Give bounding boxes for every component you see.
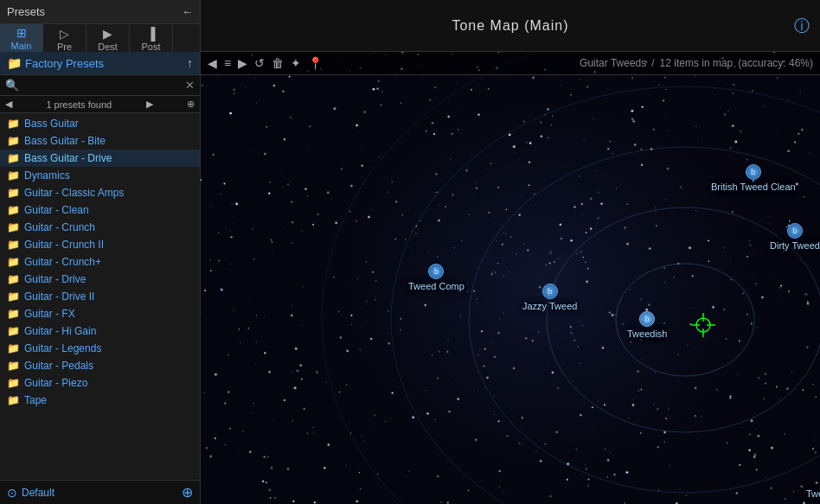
tab-main-label: Main	[11, 41, 32, 51]
preset-item-label: Guitar - Drive	[24, 273, 86, 285]
preset-dot: b	[787, 223, 803, 239]
star-map-icon[interactable]: ✦	[291, 56, 301, 70]
preset-list: 📁 Bass Guitar 📁 Bass Guitar - Bite 📁 Bas…	[0, 113, 200, 480]
preset-item-label: Guitar - Clean	[24, 204, 89, 216]
preset-label: Tweedish Crunch	[806, 488, 820, 499]
map-preset-tweedish-crunch[interactable]: b Tweedish Crunch	[806, 471, 820, 499]
main-tab-icon: ⊞	[16, 26, 27, 40]
preset-item-label: Guitar - Drive II	[24, 290, 94, 303]
folder-icon: 📁	[7, 256, 20, 268]
tab-post-label: Post	[141, 41, 160, 52]
factory-presets-label: Factory Presets	[25, 57, 104, 70]
preset-item-label: Bass Guitar - Drive	[24, 152, 112, 164]
search-icon: 🔍	[5, 79, 19, 92]
preset-item-label: Guitar - Crunch+	[24, 256, 101, 268]
list-item[interactable]: 📁 Tape	[0, 392, 200, 409]
tab-pre[interactable]: ▷ Pre	[43, 24, 86, 54]
main-title: Tone Map (Main)	[452, 18, 568, 34]
back-arrow[interactable]: ←	[182, 5, 193, 18]
add-button[interactable]: ⊕	[182, 484, 193, 501]
folder-icon: 📁	[7, 118, 20, 130]
preset-label: Tweedish	[627, 329, 667, 339]
list-item[interactable]: 📁 Dynamics	[0, 167, 200, 184]
folder-icon: 📁	[7, 152, 20, 164]
map-preset-dirty-tweed[interactable]: b Dirty Tweed	[770, 223, 820, 251]
list-map-icon[interactable]: ≡	[224, 56, 231, 70]
folder-icon: 📁	[7, 204, 20, 216]
list-item[interactable]: 📁 Guitar - FX	[0, 305, 200, 322]
folder-icon: 📁	[7, 169, 20, 182]
preset-item-label: Guitar - Legends	[24, 342, 101, 354]
tab-dest-label: Dest	[98, 41, 118, 52]
preset-label: Jazzy Tweed	[522, 301, 577, 311]
up-arrow-icon[interactable]: ↑	[187, 56, 193, 70]
folder-icon: 📁	[7, 342, 20, 354]
list-item[interactable]: 📁 Bass Guitar	[0, 115, 200, 132]
preset-dot: b	[639, 311, 655, 327]
map-crosshair	[691, 313, 715, 341]
default-label: Default	[22, 487, 54, 499]
folder-icon: 📁	[7, 325, 20, 337]
dest-tab-icon: ▶	[103, 27, 112, 41]
folder-icon: 📁	[7, 187, 20, 199]
preset-label: Tweed Comp	[408, 281, 464, 291]
default-icon: ⊙	[7, 486, 17, 500]
folder-icon: 📁	[7, 290, 20, 303]
preset-dot: b	[428, 264, 444, 279]
list-item[interactable]: 📁 Bass Guitar - Drive	[0, 150, 200, 167]
prev-map-icon[interactable]: ◀	[208, 56, 217, 70]
tab-pre-label: Pre	[57, 41, 72, 52]
preset-item-label: Guitar - Classic Amps	[24, 187, 124, 199]
tab-main[interactable]: ⊞ Main	[0, 24, 43, 54]
tone-map[interactable]: ◀ ≡ ▶ ↺ 🗑 ✦ 📍 Guitar Tweeds / 12 items i…	[201, 52, 820, 504]
list-item[interactable]: 📁 Guitar - Drive II	[0, 288, 200, 305]
presets-title: Presets	[7, 5, 45, 18]
folder-icon: 📁	[7, 394, 20, 406]
map-preset-tweedish[interactable]: b Tweedish	[627, 311, 667, 339]
preset-item-label: Guitar - Crunch	[24, 221, 95, 233]
play-map-icon[interactable]: ▶	[238, 56, 247, 70]
list-item[interactable]: 📁 Guitar - Pedals	[0, 357, 200, 374]
clear-icon[interactable]: ✕	[185, 79, 195, 92]
accuracy-label: (accuracy: 46%)	[738, 57, 813, 69]
preset-item-label: Guitar - FX	[24, 308, 75, 320]
add-preset-icon[interactable]: ⊕	[187, 99, 195, 110]
toolbar-separator: /	[651, 57, 654, 69]
preset-item-label: Guitar - Crunch II	[24, 239, 104, 251]
map-toolbar: ◀ ≡ ▶ ↺ 🗑 ✦ 📍 Guitar Tweeds / 12 items i…	[201, 52, 820, 75]
list-item[interactable]: 📁 Guitar - Crunch+	[0, 253, 200, 271]
list-item[interactable]: 📁 Guitar - Crunch	[0, 219, 200, 236]
folder-icon: 📁	[7, 377, 20, 389]
info-icon[interactable]: ⓘ	[794, 16, 810, 36]
map-preset-jazzy-tweed[interactable]: b Jazzy Tweed	[522, 284, 577, 311]
list-item[interactable]: 📁 Guitar - Drive	[0, 271, 200, 288]
map-name-label: Guitar Tweeds	[580, 57, 646, 69]
list-item[interactable]: 📁 Guitar - Crunch II	[0, 236, 200, 253]
pin-map-icon[interactable]: 📍	[308, 56, 323, 70]
pre-tab-icon: ▷	[60, 27, 69, 41]
folder-icon: 📁	[7, 135, 20, 147]
prev-preset-arrow[interactable]: ◀	[5, 99, 12, 110]
preset-item-label: Bass Guitar - Bite	[24, 135, 106, 147]
factory-folder-icon: 📁	[7, 56, 22, 70]
stars-canvas	[201, 52, 820, 504]
list-item[interactable]: 📁 Guitar - Hi Gain	[0, 322, 200, 340]
preset-label: British Tweed Clean	[711, 182, 796, 192]
search-input[interactable]	[22, 80, 182, 92]
preset-label: Dirty Tweed	[770, 240, 820, 251]
tab-dest[interactable]: ▶ Dest	[86, 24, 130, 54]
preset-item-label: Dynamics	[24, 169, 70, 182]
next-preset-arrow[interactable]: ▶	[146, 99, 153, 110]
tab-post[interactable]: ▐ Post	[130, 24, 173, 54]
map-preset-tweed-comp[interactable]: b Tweed Comp	[408, 264, 464, 291]
folder-icon: 📁	[7, 273, 20, 285]
list-item[interactable]: 📁 Guitar - Clean	[0, 201, 200, 219]
list-item[interactable]: 📁 Guitar - Classic Amps	[0, 184, 200, 201]
list-item[interactable]: 📁 Guitar - Legends	[0, 340, 200, 357]
list-item[interactable]: 📁 Bass Guitar - Bite	[0, 132, 200, 150]
list-item[interactable]: 📁 Guitar - Piezo	[0, 374, 200, 392]
map-preset-british-tweed-clean[interactable]: b British Tweed Clean	[711, 164, 796, 192]
delete-map-icon[interactable]: 🗑	[272, 56, 284, 70]
preset-item-label: Guitar - Pedals	[24, 360, 93, 372]
refresh-map-icon[interactable]: ↺	[254, 56, 265, 70]
